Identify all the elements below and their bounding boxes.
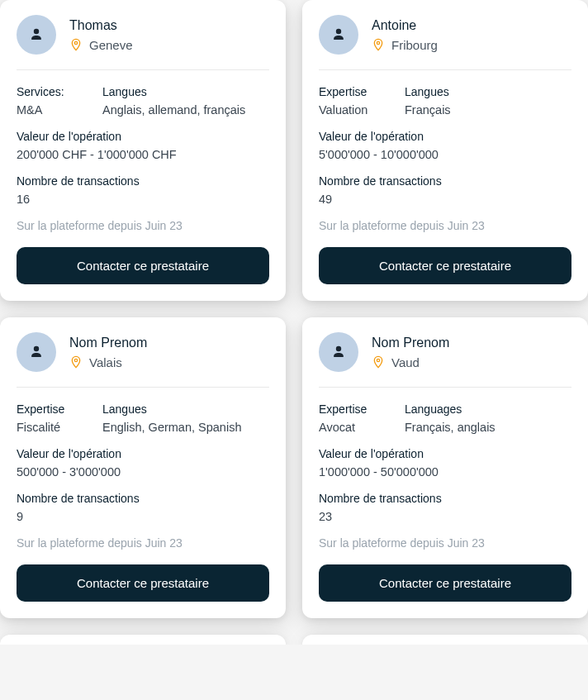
deal-label: Valeur de l'opération	[319, 130, 571, 143]
contact-button[interactable]: Contacter ce prestataire	[319, 564, 571, 602]
location-icon	[372, 355, 385, 369]
languages-label: Langues	[102, 85, 245, 98]
avatar	[17, 15, 56, 55]
deal-field: Valeur de l'opération 500'000 - 3'000'00…	[17, 447, 269, 479]
info-row: Services: M&A Langues Anglais, allemand,…	[17, 85, 269, 117]
partial-next-row	[0, 635, 588, 645]
svg-point-3	[377, 41, 379, 44]
location-icon	[69, 355, 83, 369]
since-text: Sur la plateforme depuis Juin 23	[319, 219, 571, 232]
languages-value: Français, anglais	[405, 421, 496, 434]
provider-card: Nom Prenom Vaud Expertise Avocat Languag…	[302, 317, 588, 618]
location-text: Vaud	[391, 355, 420, 369]
transactions-value: 9	[17, 510, 269, 523]
since-text: Sur la plateforme depuis Juin 23	[17, 219, 269, 232]
svg-point-5	[74, 359, 77, 361]
provider-name: Antoine	[372, 18, 438, 33]
expertise-label: Expertise	[319, 402, 378, 416]
transactions-label: Nombre de transactions	[17, 492, 269, 505]
since-text: Sur la plateforme depuis Juin 23	[319, 536, 571, 550]
languages-value: Français	[405, 103, 451, 117]
contact-button[interactable]: Contacter ce prestataire	[17, 247, 269, 284]
deal-value: 200'000 CHF - 1'000'000 CHF	[17, 148, 269, 161]
expertise-field: Expertise Avocat	[319, 402, 378, 434]
deal-value: 5'000'000 - 10'000'000	[319, 148, 571, 161]
since-text: Sur la plateforme depuis Juin 23	[17, 536, 269, 550]
provider-card: Thomas Geneve Services: M&A Langues Angl…	[0, 0, 286, 301]
card-header: Nom Prenom Vaud	[319, 332, 571, 388]
languages-label: Langues	[405, 85, 451, 98]
deal-label: Valeur de l'opération	[319, 447, 571, 460]
transactions-label: Nombre de transactions	[319, 174, 571, 188]
languages-label: Langues	[102, 402, 241, 416]
partial-card	[302, 635, 588, 645]
info-row: Expertise Fiscalité Langues English, Ger…	[17, 402, 269, 434]
languages-value: Anglais, allemand, français	[102, 103, 245, 117]
expertise-value: Fiscalité	[17, 421, 76, 434]
transactions-label: Nombre de transactions	[17, 174, 269, 188]
expertise-label: Expertise	[17, 402, 76, 416]
info-row: Expertise Avocat Languages Français, ang…	[319, 402, 571, 434]
location: Vaud	[372, 355, 449, 369]
location-icon	[372, 38, 385, 51]
partial-card	[0, 635, 286, 645]
expertise-label: Expertise	[319, 85, 378, 98]
avatar	[319, 332, 358, 372]
languages-field: Languages Français, anglais	[405, 402, 496, 434]
svg-point-0	[34, 29, 39, 34]
deal-field: Valeur de l'opération 1'000'000 - 50'000…	[319, 447, 571, 479]
transactions-field: Nombre de transactions 23	[319, 492, 571, 523]
location-text: Fribourg	[391, 38, 438, 52]
provider-name: Nom Prenom	[69, 336, 147, 350]
provider-card: Antoine Fribourg Expertise Valuation Lan…	[302, 0, 588, 301]
transactions-value: 49	[319, 193, 571, 206]
svg-point-1	[74, 41, 77, 44]
languages-value: English, German, Spanish	[102, 421, 241, 434]
location: Geneve	[69, 38, 133, 52]
provider-name: Nom Prenom	[372, 336, 449, 350]
location-text: Geneve	[89, 38, 133, 52]
location: Valais	[69, 355, 147, 369]
person-icon	[26, 25, 46, 45]
svg-point-2	[336, 29, 341, 34]
name-block: Nom Prenom Vaud	[372, 336, 449, 369]
name-block: Antoine Fribourg	[372, 18, 438, 52]
svg-point-4	[34, 346, 39, 351]
services-value: M&A	[17, 103, 76, 117]
avatar	[319, 15, 358, 55]
deal-value: 1'000'000 - 50'000'000	[319, 465, 571, 479]
provider-name: Thomas	[69, 18, 133, 33]
person-icon	[26, 342, 46, 362]
languages-field: Langues Anglais, allemand, français	[102, 85, 245, 117]
contact-button[interactable]: Contacter ce prestataire	[319, 247, 571, 284]
services-label: Services:	[17, 85, 76, 98]
contact-button[interactable]: Contacter ce prestataire	[17, 564, 269, 602]
avatar	[17, 332, 56, 372]
transactions-value: 16	[17, 193, 269, 206]
expertise-field: Expertise Valuation	[319, 85, 378, 117]
transactions-label: Nombre de transactions	[319, 492, 571, 505]
languages-field: Langues English, German, Spanish	[102, 402, 241, 434]
svg-point-6	[336, 346, 341, 351]
transactions-field: Nombre de transactions 49	[319, 174, 571, 206]
languages-field: Langues Français	[405, 85, 451, 117]
name-block: Thomas Geneve	[69, 18, 133, 52]
deal-field: Valeur de l'opération 5'000'000 - 10'000…	[319, 130, 571, 161]
person-icon	[329, 342, 349, 362]
transactions-field: Nombre de transactions 9	[17, 492, 269, 523]
deal-label: Valeur de l'opération	[17, 447, 269, 460]
deal-field: Valeur de l'opération 200'000 CHF - 1'00…	[17, 130, 269, 161]
transactions-value: 23	[319, 510, 571, 523]
transactions-field: Nombre de transactions 16	[17, 174, 269, 206]
services-field: Services: M&A	[17, 85, 76, 117]
card-header: Thomas Geneve	[17, 15, 269, 70]
card-header: Antoine Fribourg	[319, 15, 571, 70]
card-header: Nom Prenom Valais	[17, 332, 269, 388]
languages-label: Languages	[405, 402, 496, 416]
location: Fribourg	[372, 38, 438, 52]
provider-card: Nom Prenom Valais Expertise Fiscalité La…	[0, 317, 286, 618]
svg-point-7	[377, 359, 379, 361]
name-block: Nom Prenom Valais	[69, 336, 147, 369]
info-row: Expertise Valuation Langues Français	[319, 85, 571, 117]
expertise-field: Expertise Fiscalité	[17, 402, 76, 434]
